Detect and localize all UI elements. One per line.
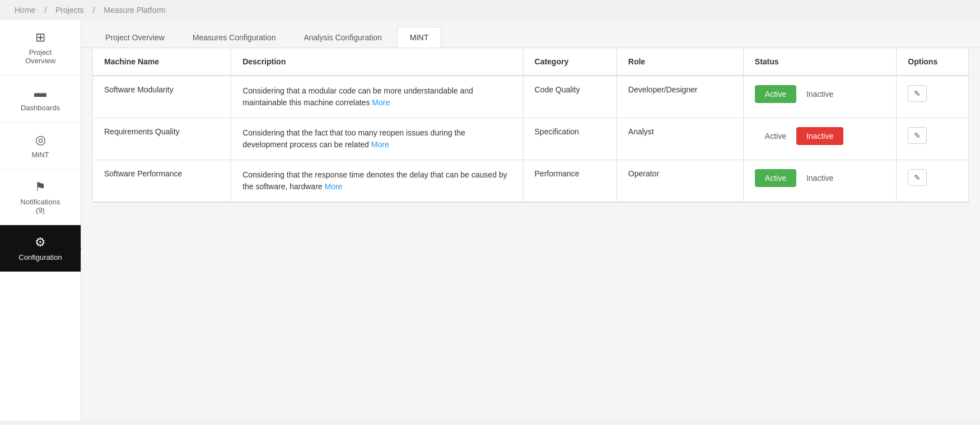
machine-name-cell: Requirements Quality [93,118,231,160]
breadcrumb-projects[interactable]: Projects [55,6,84,15]
sidebar-item-label: MiNT [31,151,49,159]
sidebar-item-label: ProjectOverview [25,48,55,65]
status-active-button[interactable]: Active [755,127,796,145]
options-cell: ✎ [897,160,968,202]
table-row: Software PerformanceConsidering that the… [93,160,968,202]
active-arrow [76,243,81,254]
dashboard-icon: ▬ [34,86,46,100]
machines-table-container: Machine Name Description Category Role S… [92,48,969,203]
breadcrumb-sep2: / [93,6,97,15]
sidebar-item-label: Notifications(9) [21,198,60,214]
breadcrumb-sep1: / [44,6,49,15]
status-cell: ActiveInactive [743,76,897,118]
breadcrumb-home[interactable]: Home [15,6,35,15]
machines-table: Machine Name Description Category Role S… [93,48,968,202]
status-active-button[interactable]: Active [755,169,796,187]
table-row: Requirements QualityConsidering that the… [93,118,968,160]
sidebar: ⊞ ProjectOverview ▬ Dashboards ◎ MiNT ⚑ … [0,20,81,421]
category-cell: Code Quality [523,76,617,118]
breadcrumb-measure-platform: Measure Platform [104,6,165,15]
sidebar-item-configuration[interactable]: ⚙ Configuration [0,225,81,272]
mint-icon: ◎ [35,133,46,147]
status-inactive-button[interactable]: Inactive [796,127,843,145]
edit-button[interactable]: ✎ [908,85,927,102]
sidebar-item-notifications[interactable]: ⚑ Notifications(9) [0,170,81,225]
machine-name-cell: Software Modularity [93,76,231,118]
notifications-icon: ⚑ [35,180,46,194]
role-cell: Operator [617,160,743,202]
description-cell: Considering that the response time denot… [231,160,523,202]
status-active-button[interactable]: Active [755,85,796,103]
status-inactive-button[interactable]: Inactive [796,85,843,103]
notif-count: (9) [36,206,45,214]
table-row: Software ModularityConsidering that a mo… [93,76,968,118]
sidebar-item-dashboards[interactable]: ▬ Dashboards [0,76,81,123]
tabs-bar: Project Overview Measures Configuration … [81,20,980,48]
role-cell: Developer/Designer [617,76,743,118]
description-cell: Considering that a modular code can be m… [231,76,523,118]
options-cell: ✎ [897,76,968,118]
tab-measures-configuration[interactable]: Measures Configuration [180,27,289,48]
more-link[interactable]: More [371,140,389,149]
options-cell: ✎ [897,118,968,160]
category-cell: Performance [523,160,617,202]
status-inactive-button[interactable]: Inactive [796,169,843,187]
edit-button[interactable]: ✎ [908,169,927,186]
col-description: Description [231,48,523,76]
sidebar-item-label: Dashboards [21,104,60,112]
machine-name-cell: Software Performance [93,160,231,202]
grid-icon: ⊞ [35,30,45,45]
configuration-icon: ⚙ [35,235,46,250]
sidebar-item-mint[interactable]: ◎ MiNT [0,123,81,170]
category-cell: Specification [523,118,617,160]
main-content: Project Overview Measures Configuration … [81,20,980,421]
tab-mint[interactable]: MiNT [397,27,441,48]
tab-analysis-configuration[interactable]: Analysis Configuration [291,27,394,48]
col-role: Role [617,48,743,76]
status-cell: ActiveInactive [743,118,897,160]
role-cell: Analyst [617,118,743,160]
col-options: Options [897,48,968,76]
col-status: Status [743,48,897,76]
col-machine-name: Machine Name [93,48,231,76]
breadcrumb: Home / Projects / Measure Platform [0,0,980,20]
tab-project-overview[interactable]: Project Overview [92,27,178,48]
edit-button[interactable]: ✎ [908,127,927,144]
description-cell: Considering that the fact that too many … [231,118,523,160]
more-link[interactable]: More [324,182,342,191]
sidebar-item-project-overview[interactable]: ⊞ ProjectOverview [0,20,81,76]
sidebar-item-label: Configuration [18,253,62,261]
more-link[interactable]: More [372,98,390,107]
status-cell: ActiveInactive [743,160,897,202]
col-category: Category [523,48,617,76]
